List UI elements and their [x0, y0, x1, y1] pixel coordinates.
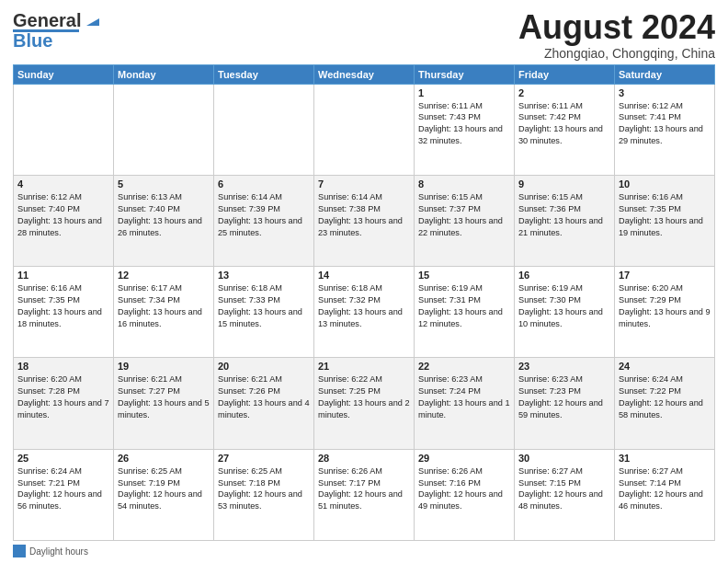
day-number: 20 — [218, 361, 310, 372]
cell-info: Sunrise: 6:15 AM Sunset: 7:37 PM Dayligh… — [418, 191, 510, 239]
day-number: 11 — [17, 270, 109, 281]
day-number: 29 — [418, 453, 510, 464]
cell-3-4: 22Sunrise: 6:23 AM Sunset: 7:24 PM Dayli… — [415, 358, 515, 449]
logo-general: General — [13, 11, 81, 29]
col-wednesday: Wednesday — [314, 64, 415, 84]
week-row-3: 18Sunrise: 6:20 AM Sunset: 7:28 PM Dayli… — [14, 358, 715, 449]
legend-color-box — [13, 545, 26, 557]
cell-1-3: 7Sunrise: 6:14 AM Sunset: 7:38 PM Daylig… — [314, 175, 415, 266]
cell-0-2 — [214, 84, 314, 175]
cell-4-2: 27Sunrise: 6:25 AM Sunset: 7:18 PM Dayli… — [214, 449, 314, 540]
cell-info: Sunrise: 6:11 AM Sunset: 7:42 PM Dayligh… — [518, 100, 610, 148]
day-number: 24 — [619, 361, 711, 372]
col-tuesday: Tuesday — [214, 64, 314, 84]
logo: General Blue — [13, 9, 103, 52]
cell-info: Sunrise: 6:12 AM Sunset: 7:41 PM Dayligh… — [619, 100, 711, 148]
cell-0-5: 2Sunrise: 6:11 AM Sunset: 7:42 PM Daylig… — [515, 84, 615, 175]
day-number: 21 — [318, 361, 410, 372]
cell-info: Sunrise: 6:16 AM Sunset: 7:35 PM Dayligh… — [619, 191, 711, 239]
cell-3-2: 20Sunrise: 6:21 AM Sunset: 7:26 PM Dayli… — [214, 358, 314, 449]
cell-info: Sunrise: 6:21 AM Sunset: 7:27 PM Dayligh… — [118, 373, 210, 421]
day-number: 18 — [17, 361, 109, 372]
footer: Daylight hours — [13, 545, 715, 557]
day-number: 13 — [218, 270, 310, 281]
day-number: 8 — [418, 178, 510, 190]
day-number: 9 — [518, 178, 610, 190]
day-number: 7 — [318, 178, 410, 190]
day-number: 4 — [17, 178, 109, 190]
main-title: August 2024 — [518, 9, 715, 46]
cell-4-0: 25Sunrise: 6:24 AM Sunset: 7:21 PM Dayli… — [14, 449, 114, 540]
cell-4-5: 30Sunrise: 6:27 AM Sunset: 7:15 PM Dayli… — [515, 449, 615, 540]
cell-2-1: 12Sunrise: 6:17 AM Sunset: 7:34 PM Dayli… — [114, 267, 214, 358]
cell-info: Sunrise: 6:20 AM Sunset: 7:29 PM Dayligh… — [619, 282, 711, 330]
cell-info: Sunrise: 6:25 AM Sunset: 7:18 PM Dayligh… — [218, 465, 310, 513]
cell-3-5: 23Sunrise: 6:23 AM Sunset: 7:23 PM Dayli… — [515, 358, 615, 449]
day-number: 6 — [218, 178, 310, 190]
cell-1-5: 9Sunrise: 6:15 AM Sunset: 7:36 PM Daylig… — [515, 175, 615, 266]
cell-2-6: 17Sunrise: 6:20 AM Sunset: 7:29 PM Dayli… — [615, 267, 715, 358]
cell-1-4: 8Sunrise: 6:15 AM Sunset: 7:37 PM Daylig… — [415, 175, 515, 266]
day-number: 17 — [619, 270, 711, 281]
cell-4-3: 28Sunrise: 6:26 AM Sunset: 7:17 PM Dayli… — [314, 449, 415, 540]
day-number: 14 — [318, 270, 410, 281]
cell-1-0: 4Sunrise: 6:12 AM Sunset: 7:40 PM Daylig… — [14, 175, 114, 266]
cell-info: Sunrise: 6:17 AM Sunset: 7:34 PM Dayligh… — [118, 282, 210, 330]
svg-marker-0 — [86, 18, 99, 26]
day-number: 16 — [518, 270, 610, 281]
day-number: 2 — [518, 87, 610, 98]
cell-info: Sunrise: 6:26 AM Sunset: 7:16 PM Dayligh… — [418, 465, 510, 513]
legend-label: Daylight hours — [29, 546, 88, 557]
col-friday: Friday — [515, 64, 615, 84]
cell-2-2: 13Sunrise: 6:18 AM Sunset: 7:33 PM Dayli… — [214, 267, 314, 358]
cell-info: Sunrise: 6:18 AM Sunset: 7:33 PM Dayligh… — [218, 282, 310, 330]
cell-info: Sunrise: 6:27 AM Sunset: 7:14 PM Dayligh… — [619, 465, 711, 513]
cell-info: Sunrise: 6:19 AM Sunset: 7:30 PM Dayligh… — [518, 282, 610, 330]
week-row-0: 1Sunrise: 6:11 AM Sunset: 7:43 PM Daylig… — [14, 84, 715, 175]
logo-icon — [83, 9, 103, 29]
day-number: 1 — [418, 87, 510, 98]
day-number: 26 — [118, 453, 210, 464]
day-number: 28 — [318, 453, 410, 464]
cell-2-0: 11Sunrise: 6:16 AM Sunset: 7:35 PM Dayli… — [14, 267, 114, 358]
day-number: 27 — [218, 453, 310, 464]
cell-3-3: 21Sunrise: 6:22 AM Sunset: 7:25 PM Dayli… — [314, 358, 415, 449]
cell-info: Sunrise: 6:14 AM Sunset: 7:39 PM Dayligh… — [218, 191, 310, 239]
cell-0-4: 1Sunrise: 6:11 AM Sunset: 7:43 PM Daylig… — [415, 84, 515, 175]
cell-2-4: 15Sunrise: 6:19 AM Sunset: 7:31 PM Dayli… — [415, 267, 515, 358]
cell-info: Sunrise: 6:27 AM Sunset: 7:15 PM Dayligh… — [518, 465, 610, 513]
cell-info: Sunrise: 6:23 AM Sunset: 7:24 PM Dayligh… — [418, 373, 510, 421]
cell-3-0: 18Sunrise: 6:20 AM Sunset: 7:28 PM Dayli… — [14, 358, 114, 449]
week-row-1: 4Sunrise: 6:12 AM Sunset: 7:40 PM Daylig… — [14, 175, 715, 266]
cell-info: Sunrise: 6:11 AM Sunset: 7:43 PM Dayligh… — [418, 100, 510, 148]
cell-info: Sunrise: 6:19 AM Sunset: 7:31 PM Dayligh… — [418, 282, 510, 330]
day-number: 5 — [118, 178, 210, 190]
cell-info: Sunrise: 6:15 AM Sunset: 7:36 PM Dayligh… — [518, 191, 610, 239]
cell-info: Sunrise: 6:22 AM Sunset: 7:25 PM Dayligh… — [318, 373, 410, 421]
cell-4-1: 26Sunrise: 6:25 AM Sunset: 7:19 PM Dayli… — [114, 449, 214, 540]
day-number: 10 — [619, 178, 711, 190]
calendar-table: Sunday Monday Tuesday Wednesday Thursday… — [13, 64, 715, 541]
cell-info: Sunrise: 6:13 AM Sunset: 7:40 PM Dayligh… — [118, 191, 210, 239]
subtitle: Zhongqiao, Chongqing, China — [518, 46, 715, 61]
day-number: 3 — [619, 87, 711, 98]
cell-info: Sunrise: 6:24 AM Sunset: 7:21 PM Dayligh… — [17, 465, 109, 513]
day-number: 15 — [418, 270, 510, 281]
cell-info: Sunrise: 6:24 AM Sunset: 7:22 PM Dayligh… — [619, 373, 711, 421]
cell-0-1 — [114, 84, 214, 175]
cell-1-6: 10Sunrise: 6:16 AM Sunset: 7:35 PM Dayli… — [615, 175, 715, 266]
cell-info: Sunrise: 6:16 AM Sunset: 7:35 PM Dayligh… — [17, 282, 109, 330]
col-saturday: Saturday — [615, 64, 715, 84]
cell-1-1: 5Sunrise: 6:13 AM Sunset: 7:40 PM Daylig… — [114, 175, 214, 266]
page: General Blue August 2024 Zhongqiao, Chon… — [0, 0, 728, 563]
week-row-2: 11Sunrise: 6:16 AM Sunset: 7:35 PM Dayli… — [14, 267, 715, 358]
cell-3-1: 19Sunrise: 6:21 AM Sunset: 7:27 PM Dayli… — [114, 358, 214, 449]
cell-info: Sunrise: 6:14 AM Sunset: 7:38 PM Dayligh… — [318, 191, 410, 239]
day-number: 12 — [118, 270, 210, 281]
cell-info: Sunrise: 6:23 AM Sunset: 7:23 PM Dayligh… — [518, 373, 610, 421]
cell-1-2: 6Sunrise: 6:14 AM Sunset: 7:39 PM Daylig… — [214, 175, 314, 266]
day-number: 30 — [518, 453, 610, 464]
day-number: 25 — [17, 453, 109, 464]
title-block: August 2024 Zhongqiao, Chongqing, China — [518, 9, 715, 61]
col-sunday: Sunday — [14, 64, 114, 84]
